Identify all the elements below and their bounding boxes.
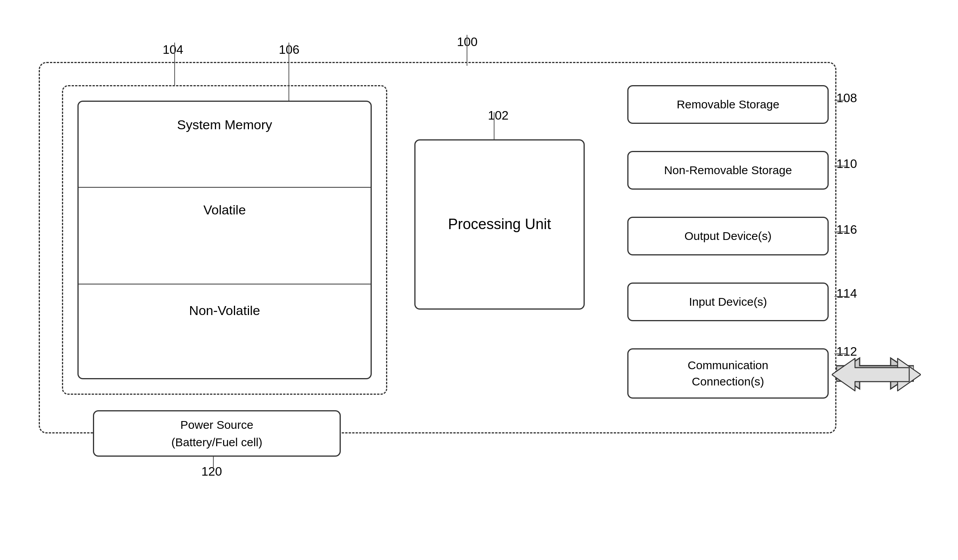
non-volatile-label: Non-Volatile — [79, 303, 371, 318]
communication-box-112: Communication Connection(s) — [627, 348, 829, 399]
system-memory-box-106: System Memory Volatile Non-Volatile — [77, 101, 372, 379]
ref-112-line — [834, 353, 846, 354]
processing-unit-label: Processing Unit — [448, 214, 551, 235]
bidirectional-arrow-icon — [832, 355, 921, 394]
divider-1 — [79, 187, 371, 188]
ref-114-line — [834, 296, 846, 297]
removable-storage-label: Removable Storage — [676, 98, 779, 111]
removable-storage-box-108: Removable Storage — [627, 85, 829, 124]
input-devices-box-114: Input Device(s) — [627, 283, 829, 321]
ref-120: 120 — [201, 464, 222, 479]
power-source-box-120: Power Source (Battery/Fuel cell) — [93, 410, 341, 457]
diagram: System Memory Volatile Non-Volatile Proc… — [23, 31, 929, 526]
divider-2 — [79, 284, 371, 284]
input-devices-label: Input Device(s) — [689, 295, 767, 308]
ref-116: 116 — [836, 223, 857, 237]
non-removable-storage-box-110: Non-Removable Storage — [627, 151, 829, 190]
double-arrow-container — [832, 355, 921, 396]
ref-102: 102 — [488, 108, 508, 123]
power-source-label: Power Source (Battery/Fuel cell) — [171, 416, 262, 451]
system-memory-label: System Memory — [79, 117, 371, 132]
non-removable-storage-label: Non-Removable Storage — [664, 164, 792, 177]
ref-114: 114 — [836, 286, 857, 301]
communication-label: Communication Connection(s) — [688, 357, 768, 390]
ref-116-line — [834, 231, 846, 232]
ref-110: 110 — [836, 157, 857, 171]
processing-unit-box-102: Processing Unit — [414, 139, 585, 310]
ref-104: 104 — [163, 43, 183, 57]
output-devices-label: Output Device(s) — [684, 229, 771, 243]
ref-120-line — [213, 457, 214, 468]
ref-106-line — [288, 43, 289, 101]
ref-102-line — [494, 112, 494, 143]
ref-110-line — [834, 166, 846, 166]
ref-108-line — [834, 100, 846, 101]
ref-104-line — [174, 43, 175, 85]
volatile-label: Volatile — [79, 202, 371, 217]
ref-100-line — [467, 35, 467, 66]
output-devices-box-116: Output Device(s) — [627, 217, 829, 255]
ref-108: 108 — [836, 91, 857, 105]
